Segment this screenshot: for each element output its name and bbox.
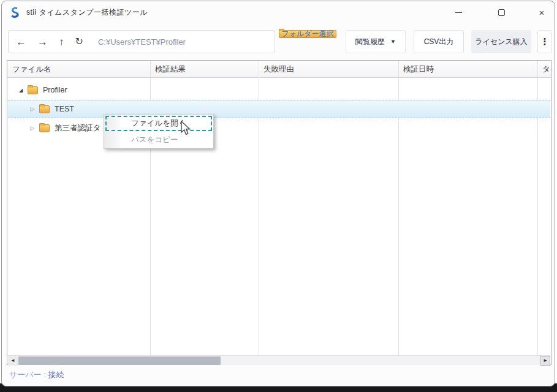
context-menu: ファイルを開く パスをコピー bbox=[104, 114, 214, 149]
current-path: C:¥Users¥TEST¥Profiler bbox=[98, 37, 186, 47]
column-header-failure-reason[interactable]: 失敗理由 bbox=[259, 61, 398, 78]
close-icon: × bbox=[539, 8, 545, 17]
horizontal-scrollbar[interactable]: ◄ ► bbox=[8, 355, 550, 365]
folder-icon bbox=[39, 124, 50, 132]
maximize-button[interactable] bbox=[487, 3, 515, 21]
app-logo-icon bbox=[9, 6, 21, 18]
refresh-icon[interactable]: ↻ bbox=[75, 37, 83, 47]
folder-select-button[interactable]: フォルダー選択 bbox=[279, 30, 336, 38]
column-header-result[interactable]: 検証結果 bbox=[150, 61, 259, 78]
tree-row-third-party[interactable]: ▷ 第三者認証タ bbox=[8, 119, 550, 137]
scrollbar-thumb[interactable] bbox=[18, 356, 221, 365]
license-purchase-button[interactable]: ライセンス購入 bbox=[471, 30, 531, 53]
menu-item-open-file[interactable]: ファイルを開く bbox=[105, 116, 212, 131]
expander-expanded-icon[interactable]: ◢ bbox=[17, 88, 25, 93]
address-bar[interactable]: ← → ↑ ↻ C:¥Users¥TEST¥Profiler bbox=[8, 30, 275, 53]
forward-icon[interactable]: → bbox=[37, 37, 48, 47]
mouse-cursor bbox=[181, 121, 192, 137]
server-status-label: サーバー : bbox=[9, 370, 46, 379]
column-header-timestamp[interactable]: タイ bbox=[537, 61, 551, 78]
status-bar: サーバー : 接続 bbox=[9, 369, 64, 380]
server-connect-link[interactable]: 接続 bbox=[48, 370, 64, 379]
column-header-verify-datetime[interactable]: 検証日時 bbox=[398, 61, 537, 78]
app-window: stii タイムスタンプ一括検証ツール × ← → ↑ ↻ C:¥Users¥T… bbox=[1, 1, 555, 386]
menu-item-copy-path[interactable]: パスをコピー bbox=[105, 132, 212, 147]
history-dropdown-button[interactable]: 閲覧履歴 ▼ bbox=[346, 30, 406, 53]
close-button[interactable]: × bbox=[528, 3, 556, 21]
expander-collapsed-icon[interactable]: ▷ bbox=[29, 106, 36, 112]
more-menu-button[interactable]: ⋮ bbox=[537, 30, 552, 53]
minimize-button[interactable] bbox=[444, 3, 472, 21]
title-bar[interactable]: stii タイムスタンプ一括検証ツール × bbox=[2, 1, 555, 23]
up-icon[interactable]: ↑ bbox=[59, 37, 64, 47]
minimize-icon bbox=[455, 12, 462, 13]
table-header: ファイル名 検証結果 失敗理由 検証日時 タイ bbox=[7, 61, 551, 78]
tree-row-label: Profiler bbox=[43, 86, 67, 94]
tree-row-label: 第三者認証タ bbox=[55, 123, 100, 134]
expander-collapsed-icon[interactable]: ▷ bbox=[29, 125, 36, 131]
file-table: ファイル名 検証結果 失敗理由 検証日時 タイ ◢ Profiler ▷ TES… bbox=[7, 60, 551, 365]
window-title: stii タイムスタンプ一括検証ツール bbox=[26, 1, 148, 23]
chevron-down-icon: ▼ bbox=[390, 39, 396, 45]
tree-row-profiler[interactable]: ◢ Profiler bbox=[8, 81, 550, 99]
folder-select-label: フォルダー選択 bbox=[281, 29, 333, 39]
kebab-menu-icon: ⋮ bbox=[540, 36, 550, 47]
scroll-right-icon[interactable]: ► bbox=[540, 356, 550, 366]
folder-icon bbox=[28, 86, 38, 94]
csv-export-label: CSV出力 bbox=[424, 37, 454, 47]
tree-row-label: TEST bbox=[55, 105, 74, 113]
back-icon[interactable]: ← bbox=[16, 37, 26, 47]
column-header-filename[interactable]: ファイル名 bbox=[7, 61, 150, 78]
csv-export-button[interactable]: CSV出力 bbox=[414, 30, 464, 53]
scroll-left-icon[interactable]: ◄ bbox=[8, 356, 18, 366]
maximize-icon bbox=[498, 9, 505, 16]
tree-row-test-selected[interactable]: ▷ TEST bbox=[8, 100, 550, 118]
license-purchase-label: ライセンス購入 bbox=[475, 37, 527, 47]
folder-icon bbox=[39, 105, 50, 113]
history-label: 閲覧履歴 bbox=[355, 37, 385, 47]
